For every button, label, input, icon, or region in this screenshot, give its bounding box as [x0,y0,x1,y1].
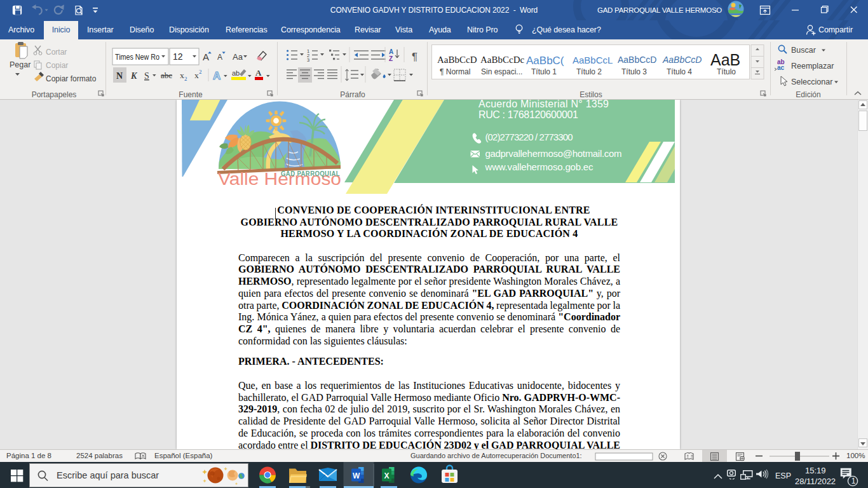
svg-text:ESP: ESP [775,471,791,480]
svg-text:Cortar: Cortar [46,48,67,57]
svg-text:x: x [194,71,199,80]
svg-text:28/11/2022: 28/11/2022 [795,477,836,486]
svg-text:ab: ab [232,69,240,77]
svg-text:x: x [180,71,184,80]
svg-text:X: X [384,471,389,480]
svg-text:W: W [353,471,360,480]
svg-text:A: A [255,68,262,78]
svg-text:Título 1: Título 1 [531,67,557,76]
svg-text:15:19: 15:19 [805,466,826,475]
svg-text:Pegar: Pegar [10,60,31,69]
svg-text:2: 2 [199,69,202,75]
svg-text:Escribe aquí para buscar: Escribe aquí para buscar [57,470,159,480]
svg-text:K: K [130,71,138,81]
svg-text:gadprvallehermoso@hotmail.com: gadprvallehermoso@hotmail.com [485,148,622,159]
svg-text:1: 1 [851,477,856,485]
svg-text:Times New Ro: Times New Ro [115,52,159,62]
svg-text:Copiar formato: Copiar formato [46,74,97,83]
svg-text:Título 4: Título 4 [667,67,692,76]
svg-text:GAD PARROQUIAL: GAD PARROQUIAL [281,170,340,177]
svg-text:¶: ¶ [412,51,417,63]
svg-text:AaBbCcL: AaBbCcL [573,55,613,65]
svg-text:Copiar: Copiar [46,61,68,70]
svg-text:AaB: AaB [710,51,740,69]
svg-text:A: A [217,53,222,62]
svg-text:2: 2 [184,76,187,82]
svg-text:A: A [389,48,393,55]
svg-text:¶ Normal: ¶ Normal [440,67,470,76]
svg-text:Buscar: Buscar [791,46,816,55]
svg-text:N: N [116,71,123,81]
svg-text:AaBbCcDc: AaBbCcDc [480,55,524,65]
svg-text:Acuerdo Ministerial N° 1359: Acuerdo Ministerial N° 1359 [478,100,609,109]
svg-text:AaBbC(: AaBbC( [526,55,564,67]
svg-text:(02)2773220 / 2773300: (02)2773220 / 2773300 [485,132,573,142]
svg-text:S: S [144,71,149,81]
svg-text:ac: ac [777,64,785,71]
svg-text:Título: Título [717,67,736,76]
svg-text:A: A [213,70,220,82]
svg-text:Z: Z [389,55,393,62]
svg-text:Título 2: Título 2 [576,67,602,76]
svg-text:abc: abc [161,71,172,80]
svg-text:Sin espaci...: Sin espaci... [481,67,522,76]
svg-text:Seleccionar: Seleccionar [791,78,832,86]
svg-text:A: A [203,51,209,62]
svg-text:RUC : 1768120600001: RUC : 1768120600001 [478,109,578,120]
svg-text:AaBbCcD: AaBbCcD [662,55,702,65]
svg-text:AaBbCcD: AaBbCcD [618,55,656,65]
svg-text:3: 3 [307,57,309,63]
svg-text:AaBbCcD: AaBbCcD [437,55,477,65]
svg-text:Aa: Aa [233,52,243,62]
svg-text:Reemplazar: Reemplazar [791,62,834,71]
svg-text:www.vallehermoso.gob.ec: www.vallehermoso.gob.ec [485,161,594,172]
svg-text:Título 3: Título 3 [621,67,647,76]
svg-text:12: 12 [173,51,183,62]
